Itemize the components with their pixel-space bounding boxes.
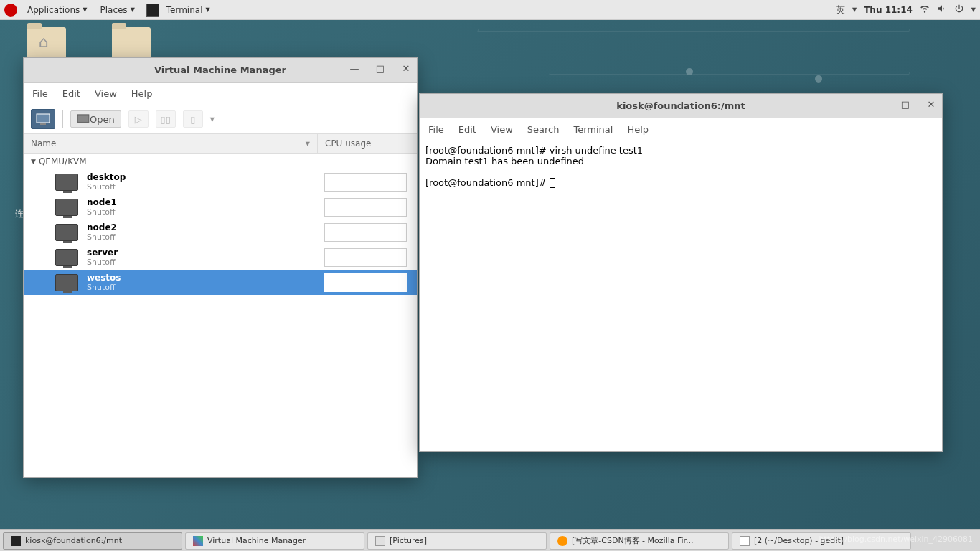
vm-name: node2 bbox=[87, 222, 309, 232]
terminal-menubar: File Edit View Search Terminal Help bbox=[420, 118, 942, 141]
menu-search[interactable]: Search bbox=[527, 124, 560, 135]
column-name[interactable]: Name ▼ bbox=[24, 134, 318, 153]
taskbar-button[interactable]: Virtual Machine Manager bbox=[185, 532, 364, 550]
pause-button: ▯▯ bbox=[156, 110, 176, 128]
home-folder-icon[interactable] bbox=[27, 27, 66, 59]
shutdown-button: ▯ bbox=[183, 110, 203, 128]
maximize-button[interactable]: □ bbox=[900, 99, 910, 109]
chevron-down-icon: ▼ bbox=[83, 6, 87, 13]
collapse-arrow-icon: ▼ bbox=[31, 158, 36, 165]
window-controls: — □ ✕ bbox=[875, 99, 936, 109]
taskbar-button[interactable]: [写文章-CSDN博客 - Mozilla Fir... bbox=[550, 532, 729, 550]
task-icon bbox=[193, 536, 203, 546]
applications-menu[interactable]: Applications ▼ bbox=[22, 2, 93, 18]
vm-row[interactable]: westos Shutoff bbox=[24, 270, 417, 295]
vm-status: Shutoff bbox=[87, 182, 309, 192]
menu-edit[interactable]: Edit bbox=[62, 88, 80, 99]
cpu-usage-graph bbox=[324, 248, 407, 267]
menu-help[interactable]: Help bbox=[131, 88, 153, 99]
terminal-launcher-icon[interactable] bbox=[146, 4, 159, 17]
vm-row[interactable]: node1 Shutoff bbox=[24, 194, 417, 220]
input-method-indicator[interactable]: 英 bbox=[836, 4, 845, 17]
menu-edit[interactable]: Edit bbox=[458, 124, 476, 135]
open-label: Open bbox=[90, 114, 115, 125]
vm-name: westos bbox=[87, 273, 309, 283]
new-vm-button[interactable] bbox=[31, 109, 55, 129]
task-icon bbox=[740, 536, 750, 546]
desktop-icons bbox=[27, 27, 151, 59]
open-vm-button[interactable]: Open bbox=[70, 110, 121, 128]
vm-row[interactable]: server Shutoff bbox=[24, 245, 417, 270]
column-name-label: Name bbox=[31, 138, 56, 149]
panel-right: 英 ▼ Thu 11:14 ▼ bbox=[836, 4, 976, 17]
cpu-usage-graph bbox=[324, 198, 407, 217]
menu-help[interactable]: Help bbox=[627, 124, 649, 135]
column-cpu[interactable]: CPU usage bbox=[318, 134, 417, 153]
svg-rect-0 bbox=[37, 114, 50, 123]
wifi-icon[interactable] bbox=[920, 4, 930, 16]
svg-rect-2 bbox=[77, 115, 89, 123]
power-icon[interactable] bbox=[954, 4, 964, 16]
terminal-menu[interactable]: Terminal ▼ bbox=[161, 2, 216, 18]
taskbar-button[interactable]: [Pictures] bbox=[367, 532, 547, 550]
menu-terminal[interactable]: Terminal bbox=[573, 124, 613, 135]
volume-icon[interactable] bbox=[937, 4, 947, 16]
vmm-toolbar: Open ▷ ▯▯ ▯ ▼ bbox=[24, 105, 417, 134]
vmm-menubar: File Edit View Help bbox=[24, 83, 417, 105]
window-controls: — □ ✕ bbox=[349, 63, 411, 73]
cpu-usage-graph bbox=[324, 173, 407, 192]
clock[interactable]: Thu 11:14 bbox=[864, 5, 913, 15]
close-button[interactable]: ✕ bbox=[401, 63, 411, 73]
vm-info: server Shutoff bbox=[87, 248, 309, 267]
places-menu[interactable]: Places ▼ bbox=[94, 2, 140, 18]
panel-left: Applications ▼ Places ▼ Terminal ▼ bbox=[4, 2, 216, 18]
vm-row[interactable]: desktop Shutoff bbox=[24, 169, 417, 194]
minimize-button[interactable]: — bbox=[875, 99, 885, 109]
task-label: [写文章-CSDN博客 - Mozilla Fir... bbox=[572, 535, 694, 546]
task-label: Virtual Machine Manager bbox=[207, 536, 306, 545]
menu-view[interactable]: View bbox=[95, 88, 117, 99]
task-label: kiosk@foundation6:/mnt bbox=[25, 536, 122, 545]
wallpaper-dot bbox=[686, 68, 693, 75]
taskbar: kiosk@foundation6:/mntVirtual Machine Ma… bbox=[0, 529, 980, 551]
task-icon bbox=[11, 536, 21, 546]
terminal-label: Terminal bbox=[166, 5, 203, 15]
vm-info: node1 Shutoff bbox=[87, 197, 309, 217]
cpu-usage-graph bbox=[324, 273, 407, 292]
maximize-button[interactable]: □ bbox=[375, 63, 385, 73]
task-label: [Pictures] bbox=[390, 536, 427, 545]
taskbar-button[interactable]: kiosk@foundation6:/mnt bbox=[3, 532, 182, 550]
terminal-titlebar[interactable]: kiosk@foundation6:/mnt — □ ✕ bbox=[420, 94, 942, 118]
hypervisor-row[interactable]: ▼ QEMU/KVM bbox=[24, 154, 417, 169]
cpu-usage-graph bbox=[324, 223, 407, 242]
separator bbox=[62, 110, 63, 128]
menu-file[interactable]: File bbox=[32, 88, 48, 99]
watermark: https://blog.csdn.net/weixin_42906081 bbox=[819, 534, 973, 544]
svg-rect-1 bbox=[40, 123, 46, 125]
top-panel: Applications ▼ Places ▼ Terminal ▼ 英 ▼ T… bbox=[0, 0, 980, 20]
vm-name: node1 bbox=[87, 197, 309, 207]
task-icon bbox=[375, 536, 385, 546]
folder-icon[interactable] bbox=[112, 27, 151, 59]
close-button[interactable]: ✕ bbox=[926, 99, 936, 109]
terminal-content[interactable]: [root@foundation6 mnt]# virsh undefine t… bbox=[420, 141, 942, 192]
menu-view[interactable]: View bbox=[491, 124, 513, 135]
monitor-icon bbox=[55, 249, 78, 266]
sort-arrow-icon: ▼ bbox=[306, 141, 310, 147]
task-icon bbox=[557, 536, 567, 546]
minimize-button[interactable]: — bbox=[349, 63, 359, 73]
redhat-icon bbox=[4, 4, 17, 17]
vm-row[interactable]: node2 Shutoff bbox=[24, 220, 417, 245]
monitor-icon bbox=[55, 174, 78, 191]
hypervisor-label: QEMU/KVM bbox=[39, 156, 87, 166]
cursor-icon bbox=[550, 178, 555, 188]
terminal-window: kiosk@foundation6:/mnt — □ ✕ File Edit V… bbox=[419, 93, 943, 452]
vm-name: desktop bbox=[87, 172, 309, 182]
vmm-window: Virtual Machine Manager — □ ✕ File Edit … bbox=[23, 57, 418, 478]
chevron-down-icon: ▼ bbox=[971, 6, 976, 13]
run-button: ▷ bbox=[128, 110, 149, 128]
vm-info: westos Shutoff bbox=[87, 273, 309, 292]
vmm-titlebar[interactable]: Virtual Machine Manager — □ ✕ bbox=[24, 58, 417, 83]
wallpaper-dot bbox=[815, 75, 822, 83]
menu-file[interactable]: File bbox=[428, 124, 444, 135]
